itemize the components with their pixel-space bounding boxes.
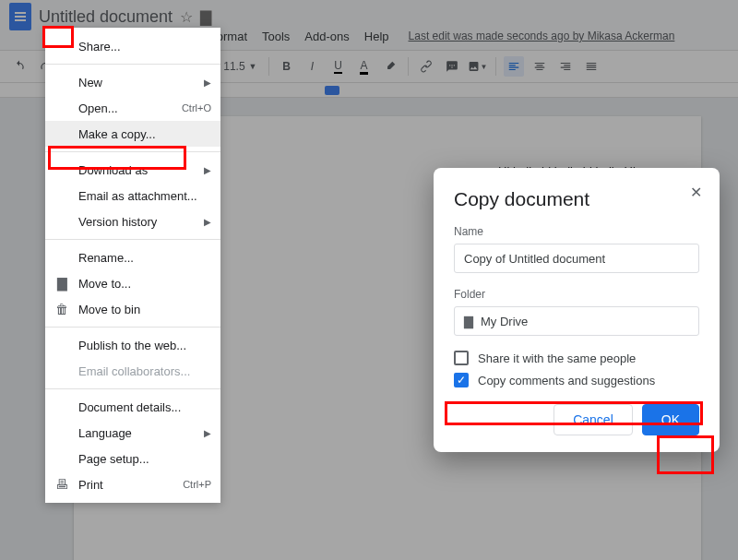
folder-picker[interactable]: ▇My Drive [454,306,699,336]
menu-item-version-history[interactable]: Version history▶ [45,209,220,234]
folder-icon: ▇ [464,315,473,328]
dialog-title: Copy document [454,188,699,210]
dialog-actions: Cancel OK [454,404,699,435]
print-icon: 🖶 [54,477,69,492]
folder-value: My Drive [481,315,528,328]
menu-item-download-as[interactable]: Download as▶ [45,157,220,183]
menu-item-rename[interactable]: Rename... [45,244,220,270]
menu-separator [45,151,220,152]
menu-item-new[interactable]: New▶ [45,69,220,95]
menu-item-label: Download as [78,163,148,177]
copy-comments-label: Copy comments and suggestions [478,374,655,387]
menu-item-label: Document details... [78,400,181,414]
menu-item-label: New [78,76,102,89]
menu-item-email-collaborators: Email collaborators... [45,358,220,384]
file-menu-dropdown: Share... New▶ Open...Ctrl+O Make a copy.… [45,28,220,503]
menu-item-label: Open... [78,101,118,115]
menu-item-label: Make a copy... [78,127,156,141]
shortcut-label: Ctrl+O [182,102,211,113]
menu-item-label: Publish to the web... [78,339,186,352]
ok-button[interactable]: OK [642,404,699,435]
menu-item-document-details[interactable]: Document details... [45,394,220,420]
app-root: Untitled document ☆ ▇ File Edit View Ins… [0,0,738,560]
shortcut-label: Ctrl+P [183,479,211,490]
menu-item-label: Page setup... [78,452,149,466]
ok-button-label: OK [661,412,680,427]
menu-item-share[interactable]: Share... [45,33,220,59]
cancel-button[interactable]: Cancel [554,404,633,435]
menu-item-move-to[interactable]: ▇Move to... [45,270,220,296]
submenu-arrow-icon: ▶ [204,77,211,88]
name-input-value: Copy of Untitled document [464,252,605,266]
menu-separator [45,327,220,328]
menu-item-make-copy[interactable]: Make a copy... [45,121,220,147]
menu-item-label: Language [78,426,132,440]
copy-document-dialog: ✕ Copy document Name Copy of Untitled do… [434,168,720,452]
menu-item-label: Move to... [78,277,131,291]
menu-item-page-setup[interactable]: Page setup... [45,446,220,471]
cancel-button-label: Cancel [573,412,613,427]
submenu-arrow-icon: ▶ [204,217,211,227]
name-input[interactable]: Copy of Untitled document [454,244,699,273]
menu-item-label: Rename... [78,251,134,265]
folder-label: Folder [454,288,699,301]
checkbox-unchecked-icon[interactable] [454,351,469,365]
submenu-arrow-icon: ▶ [204,165,211,175]
folder-icon: ▇ [54,276,69,291]
menu-item-label: Share... [78,40,121,54]
menu-item-label: Version history [78,215,157,229]
menu-item-label: Email collaborators... [78,364,190,378]
menu-item-label: Print [78,478,103,492]
menu-item-label: Move to bin [78,303,140,316]
checkbox-checked-icon[interactable]: ✓ [454,373,469,387]
menu-separator [45,239,220,240]
menu-separator [45,388,220,389]
share-same-label: Share it with the same people [478,351,636,365]
menu-item-publish-web[interactable]: Publish to the web... [45,332,220,358]
close-icon[interactable]: ✕ [684,181,707,203]
trash-icon: 🗑 [54,302,69,316]
menu-item-print[interactable]: 🖶PrintCtrl+P [45,471,220,497]
menu-item-email-attachment[interactable]: Email as attachment... [45,183,220,209]
share-same-checkbox-row[interactable]: Share it with the same people [454,351,699,365]
name-label: Name [454,225,699,238]
menu-item-language[interactable]: Language▶ [45,420,220,446]
menu-item-move-to-bin[interactable]: 🗑Move to bin [45,296,220,322]
submenu-arrow-icon: ▶ [204,428,211,438]
menu-item-open[interactable]: Open...Ctrl+O [45,95,220,121]
menu-item-label: Email as attachment... [78,189,197,203]
copy-comments-checkbox-row[interactable]: ✓ Copy comments and suggestions [454,373,699,387]
menu-separator [45,64,220,65]
